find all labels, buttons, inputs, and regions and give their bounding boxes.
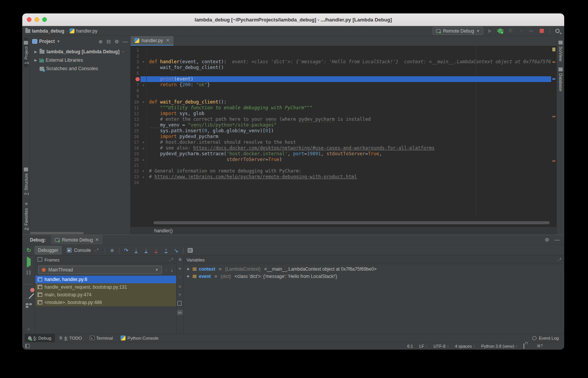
gutter[interactable] <box>140 151 147 157</box>
close-session-icon[interactable]: ✕ <box>95 237 99 242</box>
gutter[interactable]: ▵ <box>140 174 147 180</box>
duplicate-watch-button[interactable] <box>177 301 183 306</box>
gutter[interactable] <box>140 71 147 76</box>
layout-menu-button[interactable]: ≡ <box>108 246 116 255</box>
gutter[interactable]: ▿ <box>140 99 147 105</box>
pin-icon[interactable]: →* <box>556 258 561 262</box>
gutter[interactable]: ▿ <box>140 140 147 145</box>
hide-panel-button[interactable]: — <box>123 39 128 44</box>
expand-arrow-icon[interactable]: ▶ <box>187 267 190 271</box>
thread-select[interactable]: MainThread ▼ <box>38 266 162 274</box>
run-configuration-select[interactable]: Remote Debug ▼ <box>433 27 483 35</box>
line-number[interactable]: 18 <box>130 145 140 151</box>
event-log-button[interactable]: Event Log <box>532 336 562 340</box>
debug-settings-gear-icon[interactable]: ⚙ <box>545 237 549 243</box>
status-selector-python-3-8-venv-[interactable]: Python 3.8 (venv)↕ <box>481 344 518 348</box>
more-actions-button[interactable]: » <box>27 327 30 331</box>
gutter[interactable]: ▵ <box>140 145 147 151</box>
code-line[interactable]: 5 <box>130 71 551 76</box>
error-stripe[interactable] <box>551 46 557 227</box>
line-number[interactable]: 1 <box>130 48 140 53</box>
line-number[interactable]: 10 <box>130 99 140 105</box>
step-into-my-code-button[interactable]: ↓ <box>152 246 160 255</box>
line-number[interactable]: 7 <box>130 82 140 88</box>
code-line[interactable]: 15 sys.path.insert(0, glob.glob(my_venv)… <box>130 128 551 134</box>
line-number[interactable]: 20 <box>130 157 140 163</box>
tool-strip-button-database[interactable]: Database <box>558 64 563 94</box>
step-out-button[interactable]: ↑ <box>162 246 170 255</box>
evaluate-expression-button[interactable] <box>186 246 195 255</box>
code-line[interactable]: 16 import pydevd_pycharm <box>130 134 551 140</box>
line-number[interactable]: 22 <box>130 168 140 174</box>
tool-strip-button-favorites[interactable]: 2: Favorites★ <box>23 198 28 233</box>
editor-hscrollbar[interactable] <box>154 221 550 224</box>
code-line[interactable]: 12 import sys, glob <box>130 111 551 117</box>
gutter[interactable] <box>140 163 147 168</box>
editor-breadcrumb[interactable]: handler() <box>130 227 557 235</box>
line-number[interactable]: 8 <box>130 88 140 94</box>
gutter[interactable] <box>140 88 147 94</box>
rerun-button[interactable]: ↻ <box>25 246 33 255</box>
code-line[interactable]: 6 print(event) <box>130 76 551 82</box>
frame-row[interactable]: main, bootstrap.py:474 <box>35 291 176 299</box>
gutter[interactable]: ▿ <box>140 168 147 174</box>
debug-button[interactable] <box>496 27 504 35</box>
pin-icon[interactable]: →* <box>168 258 173 262</box>
gutter[interactable] <box>140 134 147 140</box>
tool-window-toggle-icon[interactable] <box>25 344 30 348</box>
step-into-button[interactable]: ↓ <box>132 246 140 255</box>
gutter[interactable] <box>140 180 147 186</box>
coverage-button[interactable]: ⛨ <box>507 27 514 35</box>
line-number[interactable]: 2 <box>130 53 140 59</box>
caret-position[interactable]: 6:1 <box>407 344 413 348</box>
toolwindow-button-debug[interactable]: 5: Debug <box>25 334 55 342</box>
search-everywhere-button[interactable] <box>553 27 561 35</box>
debug-session-tab[interactable]: Remote Debug ✕ <box>51 235 102 245</box>
tree-item[interactable]: Scratches and Consoles <box>30 64 130 73</box>
code-line[interactable]: 14 my_venv = "venv/lib/python*/site-pack… <box>130 122 551 128</box>
gutter[interactable] <box>140 94 147 99</box>
line-number[interactable]: 11 <box>130 105 140 111</box>
code-line[interactable]: 24 <box>130 180 551 186</box>
line-number[interactable]: 3 <box>130 59 140 65</box>
line-number[interactable]: 16 <box>130 134 140 140</box>
code-line[interactable]: 11 """Utility function to enable debuggi… <box>130 105 551 111</box>
zoom-window-button[interactable] <box>42 17 47 22</box>
tool-strip-button-sciview[interactable]: SciView <box>558 38 563 64</box>
close-window-button[interactable] <box>27 17 31 22</box>
pause-button[interactable] <box>26 270 31 275</box>
tab-console[interactable]: ▸ Console →* <box>63 246 102 255</box>
code-line[interactable]: 18▵ # see also: https://docs.docker.com/… <box>130 145 551 151</box>
toolwindow-button-todo[interactable]: ≣6: TODO <box>56 334 86 342</box>
frame-row[interactable]: handle_event_request, bootstrap.py:131 <box>35 283 176 291</box>
gutter[interactable] <box>140 111 147 117</box>
gutter[interactable]: ▵ <box>140 82 147 88</box>
line-number[interactable]: 17 <box>130 140 140 145</box>
breadcrumb-file[interactable]: handler.py <box>69 28 97 34</box>
variables-menu-button[interactable]: ≡ <box>177 257 183 262</box>
gutter[interactable] <box>140 105 147 111</box>
tool-strip-button-project[interactable]: 1: Project <box>24 38 28 67</box>
tool-strip-button-structure[interactable]: 7: Structure <box>24 164 28 198</box>
status-selector-utf-8[interactable]: UTF-8↕ <box>434 344 449 348</box>
run-to-cursor-button[interactable]: ↘ <box>172 246 180 255</box>
previous-frame-button[interactable]: ↑ <box>165 267 168 273</box>
line-number[interactable]: 21 <box>130 163 140 168</box>
line-number[interactable]: 4 <box>130 65 140 71</box>
line-number[interactable]: 23 <box>130 174 140 180</box>
show-watches-button[interactable]: ∞ <box>177 310 183 315</box>
line-number[interactable]: 24 <box>130 180 140 186</box>
next-frame-button[interactable]: ↓ <box>171 267 173 273</box>
gutter[interactable] <box>140 53 147 59</box>
expand-arrow-icon[interactable]: ▶ <box>187 274 190 278</box>
toolwindow-button-python-console[interactable]: Python Console <box>117 334 162 342</box>
project-hscrollbar[interactable] <box>30 232 130 235</box>
gutter[interactable] <box>140 65 147 71</box>
line-number[interactable]: 13 <box>130 117 140 122</box>
profiler-button[interactable]: ◔ <box>517 27 525 35</box>
help-icon[interactable]: ⌘? <box>537 344 543 348</box>
remove-watch-button[interactable]: − <box>177 274 183 280</box>
code-line[interactable]: 17▿ # host.docker.internal should resolv… <box>130 140 551 145</box>
variable-row[interactable]: ▶context = {LambdaContext} <__main__.Lam… <box>183 265 564 273</box>
collapse-all-button[interactable]: ⊟ <box>106 39 111 44</box>
